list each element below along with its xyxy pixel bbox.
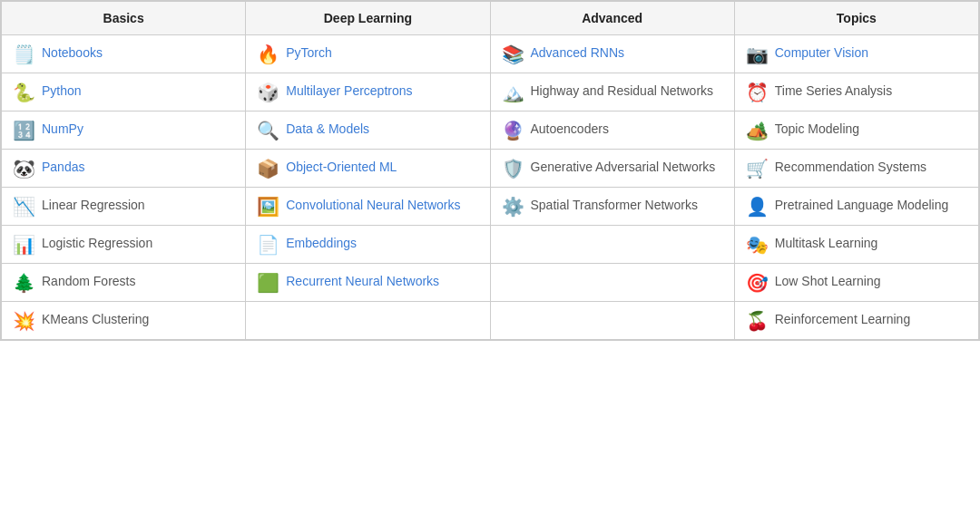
cell-item[interactable]: 🐼Pandas	[13, 159, 234, 178]
cell-icon: 🎲	[257, 83, 279, 102]
table-cell: 🐼Pandas	[2, 150, 246, 188]
cell-icon: 🗒️	[13, 45, 35, 63]
cell-item[interactable]: 🔥PyTorch	[257, 44, 478, 63]
cell-icon: 🛒	[746, 160, 769, 178]
cell-label[interactable]: Recurrent Neural Networks	[286, 273, 439, 289]
table-cell: ⚙️Spatial Transformer Networks	[490, 188, 734, 226]
cell-item: 💥KMeans Clustering	[13, 311, 234, 330]
cell-icon: 🎯	[746, 274, 769, 292]
cell-label: KMeans Clustering	[42, 311, 149, 327]
table-cell: 🔍Data & Models	[246, 112, 490, 150]
column-header-topics: Topics	[734, 2, 978, 35]
cell-icon: 🔮	[502, 121, 524, 140]
cell-item: 🎯Low Shot Learning	[746, 273, 967, 292]
cell-item[interactable]: 🐍Python	[13, 82, 234, 102]
cell-label: Logistic Regression	[42, 235, 152, 251]
table-row: 🗒️Notebooks🔥PyTorch📚Advanced RNNs📷Comput…	[2, 35, 979, 73]
table-cell: 🔢NumPy	[2, 112, 246, 150]
cell-label: Autoencoders	[531, 121, 609, 137]
table-cell: ⏰Time Series Analysis	[734, 73, 978, 112]
cell-item: 🎭Multitask Learning	[746, 235, 967, 254]
table-cell	[246, 302, 490, 340]
cell-label: Highway and Residual Networks	[531, 82, 714, 99]
table-row: 📊Logistic Regression📄Embeddings🎭Multitas…	[2, 226, 979, 264]
cell-item: 🔮Autoencoders	[502, 121, 723, 140]
table-row: 🐍Python🎲Multilayer Perceptrons🏔️Highway …	[2, 73, 979, 112]
column-header-deep-learning: Deep Learning	[246, 2, 490, 35]
cell-item[interactable]: 🗒️Notebooks	[13, 44, 234, 63]
column-header-basics: Basics	[2, 2, 246, 35]
cell-icon: 💥	[13, 312, 35, 330]
table-cell: 🔮Autoencoders	[490, 112, 734, 150]
cell-item: ⏰Time Series Analysis	[746, 82, 967, 102]
cell-item[interactable]: 🟩Recurrent Neural Networks	[257, 273, 478, 292]
table-cell: 🛡️Generative Adversarial Networks	[490, 150, 734, 188]
cell-label[interactable]: PyTorch	[286, 44, 332, 61]
cell-icon: 🏕️	[746, 121, 769, 140]
table-cell	[490, 226, 734, 264]
cell-icon: 📊	[13, 236, 35, 254]
table-cell: 🐍Python	[2, 73, 246, 112]
cell-item[interactable]: 🎲Multilayer Perceptrons	[257, 82, 478, 102]
cell-label[interactable]: Computer Vision	[775, 44, 868, 61]
cell-icon: 🖼️	[257, 198, 279, 216]
cell-label: Reinforcement Learning	[775, 311, 910, 327]
cell-icon: 📉	[13, 198, 35, 216]
cell-label: Random Forests	[42, 273, 135, 289]
cell-label: Multitask Learning	[775, 235, 878, 251]
table-cell	[490, 302, 734, 340]
cell-item: 📊Logistic Regression	[13, 235, 234, 254]
cell-icon: 🔢	[13, 121, 35, 140]
cell-icon: 🐍	[13, 83, 35, 102]
table-cell: 🎭Multitask Learning	[734, 226, 978, 264]
cell-label[interactable]: Python	[42, 82, 82, 99]
cell-icon: 🟩	[257, 274, 279, 292]
cell-label: Linear Regression	[42, 197, 145, 213]
table-row: 📉Linear Regression🖼️Convolutional Neural…	[2, 188, 979, 226]
cell-label[interactable]: Data & Models	[286, 121, 369, 137]
table-cell: 🌲Random Forests	[2, 264, 246, 302]
table-cell: 📚Advanced RNNs	[490, 35, 734, 73]
cell-item: 🍒Reinforcement Learning	[746, 311, 967, 330]
cell-label[interactable]: Object-Oriented ML	[286, 159, 397, 175]
cell-label[interactable]: Embeddings	[286, 235, 357, 251]
cell-label[interactable]: NumPy	[42, 121, 83, 137]
cell-item: 📉Linear Regression	[13, 197, 234, 216]
cell-label: Spatial Transformer Networks	[531, 197, 698, 213]
cell-icon: ⚙️	[502, 198, 524, 216]
table-cell: 📄Embeddings	[246, 226, 490, 264]
table-cell: 📊Logistic Regression	[2, 226, 246, 264]
table-cell: 🎯Low Shot Learning	[734, 264, 978, 302]
cell-item: ⚙️Spatial Transformer Networks	[502, 197, 723, 216]
cell-label[interactable]: Pandas	[42, 159, 84, 175]
cell-item[interactable]: 🖼️Convolutional Neural Networks	[257, 197, 478, 216]
table-cell: 💥KMeans Clustering	[2, 302, 246, 340]
cell-item[interactable]: 📚Advanced RNNs	[502, 44, 723, 63]
cell-icon: 🍒	[746, 312, 769, 330]
main-table: BasicsDeep LearningAdvancedTopics 🗒️Note…	[0, 0, 980, 341]
cell-icon: ⏰	[746, 83, 769, 102]
cell-icon: 👤	[746, 198, 769, 216]
cell-label[interactable]: Convolutional Neural Networks	[286, 197, 460, 213]
table-cell: 🟩Recurrent Neural Networks	[246, 264, 490, 302]
cell-icon: 🐼	[13, 160, 35, 178]
cell-item[interactable]: 📦Object-Oriented ML	[257, 159, 478, 178]
table-cell: 📦Object-Oriented ML	[246, 150, 490, 188]
cell-icon: 🛡️	[502, 160, 524, 178]
table-cell: 🔥PyTorch	[246, 35, 490, 73]
table-cell: 📷Computer Vision	[734, 35, 978, 73]
table-row: 🐼Pandas📦Object-Oriented ML🛡️Generative A…	[2, 150, 979, 188]
cell-label: Time Series Analysis	[775, 82, 892, 99]
cell-item[interactable]: 📄Embeddings	[257, 235, 478, 254]
table-cell: 🛒Recommendation Systems	[734, 150, 978, 188]
cell-label[interactable]: Multilayer Perceptrons	[286, 82, 412, 99]
table-cell: 🗒️Notebooks	[2, 35, 246, 73]
cell-icon: 🌲	[13, 274, 35, 292]
cell-item[interactable]: 📷Computer Vision	[746, 44, 967, 63]
cell-label[interactable]: Advanced RNNs	[531, 44, 625, 61]
cell-label[interactable]: Notebooks	[42, 44, 103, 61]
cell-item[interactable]: 🔢NumPy	[13, 121, 234, 140]
table-cell	[490, 264, 734, 302]
cell-icon: 📚	[502, 45, 524, 63]
cell-item[interactable]: 🔍Data & Models	[257, 121, 478, 140]
